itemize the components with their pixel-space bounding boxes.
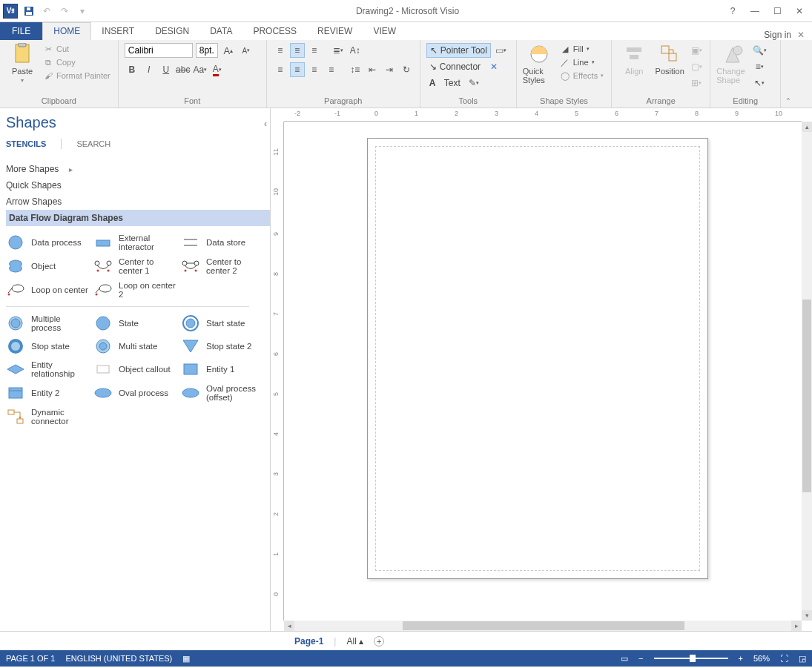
align-bottom-icon[interactable]: ≡ xyxy=(307,43,322,58)
bring-front-icon[interactable]: ▣▾ xyxy=(689,43,704,58)
fill-button[interactable]: ◢Fill▾ xyxy=(558,43,605,55)
shape-external-interactor[interactable]: External interactor xyxy=(93,232,176,253)
shape-stop-state[interactable]: Stop state xyxy=(6,337,89,356)
group-icon[interactable]: ⊞▾ xyxy=(689,76,704,90)
shape-entity2[interactable]: Entity 2 xyxy=(6,383,89,403)
align-button[interactable]: Align xyxy=(618,43,650,76)
rotate-text-icon[interactable]: ↻ xyxy=(399,62,414,77)
tab-file[interactable]: FILE xyxy=(0,22,42,40)
dfd-shapes-item[interactable]: Data Flow Diagram Shapes xyxy=(6,210,270,226)
more-shapes-item[interactable]: More Shapes xyxy=(6,161,270,177)
line-button[interactable]: ／Line▾ xyxy=(558,56,605,68)
shape-object-callout[interactable]: Object callout xyxy=(93,359,176,380)
italic-icon[interactable]: I xyxy=(142,62,156,77)
help-icon[interactable]: ? xyxy=(726,4,739,18)
shape-dynamic-connector[interactable]: Dynamic connector xyxy=(6,406,89,427)
tab-data[interactable]: DATA xyxy=(199,22,242,40)
position-button[interactable]: Position xyxy=(653,43,686,76)
decrease-indent-icon[interactable]: ⇤ xyxy=(365,62,380,77)
scroll-thumb-h[interactable] xyxy=(403,621,684,630)
cut-button[interactable]: ✂Cut xyxy=(42,43,112,55)
shape-start-state[interactable]: Start state xyxy=(181,313,264,334)
justify-icon[interactable]: ≡ xyxy=(324,62,339,77)
shape-oval-offset[interactable]: Oval process (offset) xyxy=(181,383,264,403)
find-icon[interactable]: 🔍▾ xyxy=(752,43,767,58)
effects-button[interactable]: ◯Effects▾ xyxy=(558,70,605,82)
scroll-thumb-v[interactable] xyxy=(802,300,811,492)
tab-view[interactable]: VIEW xyxy=(363,22,406,40)
quick-styles-button[interactable]: Quick Styles xyxy=(523,43,555,85)
shape-center1[interactable]: Center to center 1 xyxy=(93,256,176,277)
tab-design[interactable]: DESIGN xyxy=(145,22,199,40)
stencils-tab[interactable]: STENCILS xyxy=(6,139,46,148)
bold-icon[interactable]: B xyxy=(125,62,139,77)
qat-undo-icon[interactable]: ↶ xyxy=(40,4,53,18)
canvas-area[interactable]: -2-1012345678910 01234567891011 ◂ ▸ ▴ ▾ xyxy=(271,108,812,631)
case-icon[interactable]: Aa▾ xyxy=(193,62,208,77)
increase-indent-icon[interactable]: ⇥ xyxy=(382,62,397,77)
font-color-icon[interactable]: A▾ xyxy=(210,62,225,77)
search-tab[interactable]: SEARCH xyxy=(76,139,110,148)
shape-loop2[interactable]: Loop on center 2 xyxy=(93,280,176,300)
line-spacing-icon[interactable]: ↕≡ xyxy=(348,62,363,77)
shape-multiple-process[interactable]: Multiple process xyxy=(6,313,89,334)
zoom-level[interactable]: 56% xyxy=(753,654,770,663)
connector-tool-button[interactable]: ↘Connector xyxy=(426,59,483,74)
shape-entity1[interactable]: Entity 1 xyxy=(181,359,264,380)
quick-shapes-item[interactable]: Quick Shapes xyxy=(6,177,270,194)
minimize-icon[interactable]: — xyxy=(748,4,762,18)
tab-home[interactable]: HOME xyxy=(42,22,91,40)
rectangle-tool-icon[interactable]: ▭▾ xyxy=(494,43,509,58)
shape-oval-process[interactable]: Oval process xyxy=(93,383,176,403)
add-page-button[interactable]: + xyxy=(374,636,384,646)
collapse-pane-icon[interactable]: ‹ xyxy=(264,119,267,129)
scrollbar-vertical[interactable]: ▴ ▾ xyxy=(802,122,812,621)
scroll-left-icon[interactable]: ◂ xyxy=(284,621,294,631)
scroll-up-icon[interactable]: ▴ xyxy=(802,122,812,132)
tab-review[interactable]: REVIEW xyxy=(307,22,363,40)
qat-save-icon[interactable] xyxy=(22,4,36,18)
sign-in-link[interactable]: Sign in xyxy=(764,30,791,40)
zoom-out-icon[interactable]: − xyxy=(638,654,643,663)
font-name-input[interactable] xyxy=(125,43,193,58)
layers-icon[interactable]: ≡▾ xyxy=(752,59,767,74)
paste-button[interactable]: Paste ▾ xyxy=(6,43,39,84)
send-back-icon[interactable]: ▢▾ xyxy=(689,59,704,74)
close-icon[interactable]: ✕ xyxy=(793,4,806,18)
full-screen-icon[interactable]: ◲ xyxy=(799,654,806,664)
pointer-tool-button[interactable]: ↖Pointer Tool xyxy=(426,43,491,58)
page-tab-1[interactable]: Page-1 xyxy=(294,636,323,646)
shape-center2[interactable]: Center to center 2 xyxy=(181,256,264,277)
shape-stop-state2[interactable]: Stop state 2 xyxy=(181,337,264,356)
shrink-font-icon[interactable]: A▾ xyxy=(239,43,254,58)
scroll-right-icon[interactable]: ▸ xyxy=(791,621,802,631)
shape-entity-rel[interactable]: Entity relationship xyxy=(6,359,89,380)
ink-tool-icon[interactable]: ✎▾ xyxy=(466,76,481,90)
shape-multi-state[interactable]: Multi state xyxy=(93,337,176,356)
text-direction-icon[interactable]: A↕ xyxy=(348,43,363,58)
maximize-icon[interactable]: ☐ xyxy=(770,4,784,18)
qat-redo-icon[interactable]: ↷ xyxy=(58,4,71,18)
align-right-icon[interactable]: ≡ xyxy=(307,62,322,77)
shape-data-store[interactable]: Data store xyxy=(181,232,264,253)
drawing-page[interactable] xyxy=(367,138,708,579)
copy-button[interactable]: ⧉Copy xyxy=(42,56,112,68)
qat-customize-icon[interactable]: ▾ xyxy=(76,4,89,18)
workspace-close-icon[interactable]: ✕ xyxy=(797,30,805,40)
text-tool-button[interactable]: A Text xyxy=(426,76,463,90)
select-icon[interactable]: ↖▾ xyxy=(752,76,767,90)
macro-record-icon[interactable]: ▦ xyxy=(182,654,190,664)
underline-icon[interactable]: U xyxy=(159,62,174,77)
align-center-icon[interactable]: ≡ xyxy=(290,62,305,77)
scrollbar-horizontal[interactable]: ◂ ▸ xyxy=(284,621,802,631)
presentation-mode-icon[interactable]: ▭ xyxy=(621,654,628,664)
status-language[interactable]: ENGLISH (UNITED STATES) xyxy=(65,654,172,663)
font-size-input[interactable] xyxy=(196,43,218,58)
scroll-down-icon[interactable]: ▾ xyxy=(802,610,812,621)
tab-process[interactable]: PROCESS xyxy=(242,22,307,40)
arrow-shapes-item[interactable]: Arrow Shapes xyxy=(6,194,270,210)
page-tab-all[interactable]: All ▴ xyxy=(346,636,363,646)
change-shape-button[interactable]: Change Shape xyxy=(716,43,749,85)
shape-loop1[interactable]: Loop on center xyxy=(6,280,89,300)
shape-object[interactable]: Object xyxy=(6,256,89,277)
